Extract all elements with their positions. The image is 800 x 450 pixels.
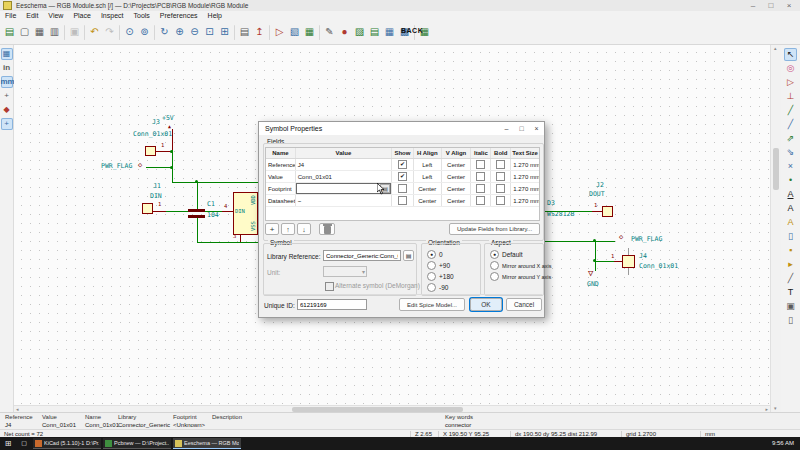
place-symbol-tool[interactable]: ▷ xyxy=(784,76,797,89)
valign-cell[interactable]: Center xyxy=(442,171,472,182)
halign-cell[interactable]: Center xyxy=(414,183,442,194)
aspect-option-default[interactable]: ● Default xyxy=(490,250,523,259)
j4-value[interactable]: Conn_01x01 xyxy=(639,263,678,270)
wire-segment[interactable] xyxy=(595,261,614,262)
symbol-browser-button[interactable]: ▧ xyxy=(288,25,302,40)
field-row-datasheet[interactable]: Datasheet ~ Center Center 1.270 mm xyxy=(266,195,539,207)
column-header-show[interactable]: Show xyxy=(392,148,414,158)
j1-connector-symbol[interactable] xyxy=(142,203,153,214)
field-value[interactable]: ~ xyxy=(296,195,392,206)
Inspect[interactable]: Inspect xyxy=(96,11,129,21)
orientation-option-180[interactable]: +180 xyxy=(427,272,454,281)
units-inches-button[interactable]: in xyxy=(1,62,13,74)
c1-value[interactable]: 104 xyxy=(207,212,219,219)
valign-cell[interactable]: Center xyxy=(442,183,472,194)
no-connect-tool[interactable]: × xyxy=(784,160,797,173)
field-value[interactable]: Conn_01x01 xyxy=(296,171,392,182)
d3-reference[interactable]: D3 xyxy=(547,200,555,207)
c1-capacitor-plate[interactable] xyxy=(188,209,205,212)
column-header-name[interactable]: Name xyxy=(266,148,296,158)
wire-segment[interactable] xyxy=(197,242,258,243)
cursor-shape-button[interactable]: + xyxy=(1,90,13,102)
ok-button[interactable]: OK xyxy=(470,298,502,311)
page-settings-button[interactable]: ▢ xyxy=(18,25,32,40)
radio-icon[interactable] xyxy=(427,261,436,270)
move-field-up-button[interactable]: ↑ xyxy=(281,223,295,235)
column-header-halign[interactable]: H Align xyxy=(414,148,442,158)
Preferences[interactable]: Preferences xyxy=(155,11,203,21)
radio-icon[interactable] xyxy=(427,272,436,281)
add-field-button[interactable]: + xyxy=(265,223,279,235)
j1-value[interactable]: DIN xyxy=(150,193,162,200)
Tools[interactable]: Tools xyxy=(128,11,154,21)
column-header-value[interactable]: Value xyxy=(296,148,392,158)
wire-segment[interactable] xyxy=(545,211,592,212)
bold-checkbox[interactable] xyxy=(496,196,505,205)
select-tool[interactable]: ↖ xyxy=(784,48,797,61)
erc-button[interactable]: ● xyxy=(338,25,352,40)
zoom-out-button[interactable]: ⊖ xyxy=(188,25,202,40)
find-replace-button[interactable]: ⊚ xyxy=(138,25,152,40)
save-schematic-button[interactable]: ▤ xyxy=(3,25,17,40)
navigate-hierarchy-button[interactable]: ▤ xyxy=(238,25,252,40)
j4-connector-symbol[interactable] xyxy=(622,255,635,268)
bom-button[interactable]: ▤ xyxy=(368,25,382,40)
place-power-port-tool[interactable]: ⊥ xyxy=(784,90,797,103)
j3-value[interactable]: Conn_01x01 xyxy=(133,131,172,138)
d3-value[interactable]: WS2812B xyxy=(547,211,574,218)
wire-segment[interactable] xyxy=(545,241,615,242)
crosshair-style-button[interactable]: + xyxy=(1,118,13,130)
symbol-editor-button[interactable]: ▷ xyxy=(273,25,287,40)
pwr-flag-right-label[interactable]: PWR_FLAG xyxy=(631,236,662,243)
text-tool[interactable]: T xyxy=(784,286,797,299)
print-button[interactable]: ▦ xyxy=(33,25,47,40)
scroll-up-icon[interactable]: ▴ xyxy=(774,45,777,52)
radio-icon[interactable]: ● xyxy=(427,250,436,259)
radio-icon[interactable] xyxy=(427,283,436,292)
j2-reference[interactable]: J2 xyxy=(596,182,604,189)
View[interactable]: View xyxy=(43,11,68,21)
minimize-button[interactable]: – xyxy=(744,0,762,11)
Help[interactable]: Help xyxy=(203,11,227,21)
global-label-tool[interactable]: A xyxy=(784,202,797,215)
move-field-down-button[interactable]: ↓ xyxy=(297,223,311,235)
orientation-option-neg90[interactable]: -90 xyxy=(427,283,448,292)
pwr-flag-left-icon[interactable]: ◇ xyxy=(138,162,142,169)
halign-cell[interactable]: Left xyxy=(414,171,442,182)
c1-reference[interactable]: C1 xyxy=(207,201,215,208)
paste-button[interactable]: ▣ xyxy=(68,25,82,40)
radio-icon[interactable] xyxy=(490,272,499,281)
aspect-option-mirror-y[interactable]: Mirror around Y axis xyxy=(490,272,551,281)
annotate-button[interactable]: ✎ xyxy=(323,25,337,40)
File[interactable]: File xyxy=(0,11,21,21)
column-header-bold[interactable]: Bold xyxy=(491,148,511,158)
place-sheet-pin-tool[interactable]: ▸ xyxy=(784,258,797,271)
edit-spice-model-button[interactable]: Edit Spice Model... xyxy=(399,298,465,311)
column-header-italic[interactable]: Italic xyxy=(471,148,491,158)
delete-tool[interactable]: ▯ xyxy=(784,314,797,327)
j4-reference[interactable]: J4 xyxy=(639,253,647,260)
j2-connector-symbol[interactable] xyxy=(602,206,613,217)
j2-value[interactable]: DOUT xyxy=(589,191,605,198)
bold-checkbox[interactable] xyxy=(496,184,505,193)
italic-checkbox[interactable] xyxy=(476,172,485,181)
Edit[interactable]: Edit xyxy=(21,11,43,21)
footprint-editor-button[interactable]: ▦ xyxy=(303,25,317,40)
wire-segment[interactable] xyxy=(197,182,198,209)
pwr-flag-left-label[interactable]: PWR_FLAG xyxy=(101,163,132,170)
column-header-textsize[interactable]: Text Size xyxy=(511,148,539,158)
gnd-symbol-icon[interactable]: ▽ xyxy=(588,269,593,278)
library-reference-input[interactable] xyxy=(323,250,401,261)
textsize-cell[interactable]: 1.270 mm xyxy=(511,195,539,206)
junction-tool[interactable]: • xyxy=(784,174,797,187)
find-button[interactable]: ⊙ xyxy=(123,25,137,40)
start-button[interactable]: ⊞ xyxy=(0,437,16,450)
hidden-pins-button[interactable]: ◆ xyxy=(1,104,13,116)
vertical-scroll-thumb[interactable] xyxy=(773,148,779,190)
zoom-selection-button[interactable]: ⊞ xyxy=(218,25,232,40)
italic-checkbox[interactable] xyxy=(476,184,485,193)
fields-table-button[interactable]: ▦ xyxy=(383,25,397,40)
maximize-button[interactable]: □ xyxy=(762,0,780,11)
valign-cell[interactable]: Center xyxy=(442,195,472,206)
textsize-cell[interactable]: 1.270 mm xyxy=(511,171,539,182)
